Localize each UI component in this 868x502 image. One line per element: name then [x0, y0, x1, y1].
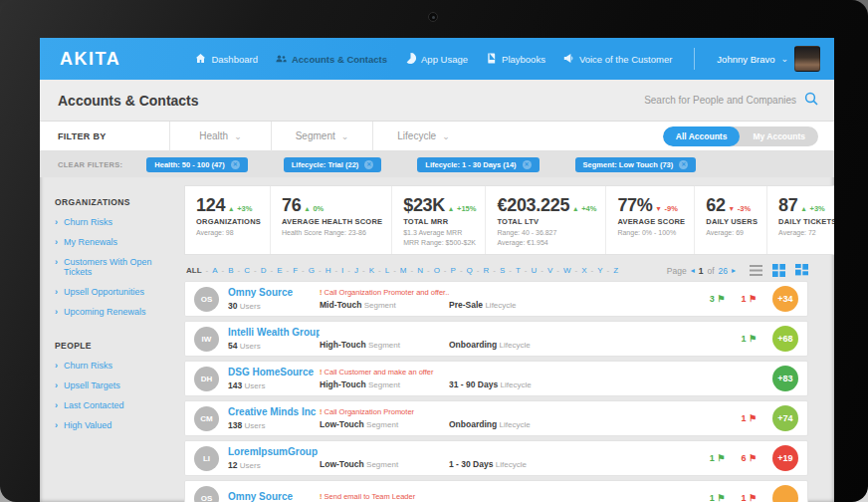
- alphabet-all[interactable]: ALL: [186, 266, 202, 275]
- account-row-intelli-wealth[interactable]: IW Intelli Wealth Group 54 Users High-To…: [184, 321, 808, 357]
- close-icon[interactable]: ✕: [523, 160, 532, 169]
- account-name-link[interactable]: DSG HomeSource: [228, 367, 320, 377]
- grid-view-icon[interactable]: [772, 264, 785, 277]
- sidebar-item-customers-open-tickets[interactable]: ›Customers With Open Tickets: [55, 257, 178, 277]
- dropdown-label: Segment: [296, 130, 335, 141]
- account-row-dsg-homesource[interactable]: DH DSG HomeSource 143 Users Call Custome…: [184, 361, 808, 396]
- alphabet-letter[interactable]: Y: [597, 266, 602, 275]
- account-name-link[interactable]: Omny Source: [228, 491, 320, 502]
- filter-chip-lifecycle-days[interactable]: Lifecycle: 1 - 30 Days (14) ✕: [417, 157, 539, 172]
- search-input[interactable]: [607, 95, 796, 106]
- nav-accounts-contacts[interactable]: Accounts & Contacts: [276, 53, 387, 66]
- nav-playbooks[interactable]: Playbooks: [486, 53, 545, 66]
- users-label: Users: [240, 342, 261, 351]
- alphabet-letter[interactable]: N: [417, 266, 423, 275]
- alphabet-letter[interactable]: Q: [467, 266, 473, 275]
- alphabet-letter[interactable]: R: [483, 266, 489, 275]
- sidebar-item-people-churn-risks[interactable]: ›Churn Risks: [55, 361, 178, 371]
- lifecycle-filter-dropdown[interactable]: Lifecycle ⌄: [372, 122, 474, 151]
- alphabet-letter[interactable]: B: [228, 266, 233, 275]
- alphabet-letter[interactable]: D: [261, 266, 267, 275]
- lifecycle-label: Lifecycle: [500, 341, 531, 350]
- alphabet-letter[interactable]: W: [563, 266, 571, 275]
- alphabet-letter[interactable]: O: [434, 266, 440, 275]
- search-icon[interactable]: [804, 92, 818, 110]
- alphabet-letter[interactable]: Z: [613, 266, 618, 275]
- health-filter-dropdown[interactable]: Health ⌄: [169, 122, 271, 151]
- clear-filters-bar: CLEAR FILTERS: Health: 50 - 100 (47) ✕ L…: [40, 151, 834, 177]
- close-icon[interactable]: ✕: [364, 160, 373, 169]
- next-page-icon[interactable]: ▸: [732, 266, 736, 275]
- all-accounts-toggle[interactable]: All Accounts: [663, 126, 741, 146]
- alphabet-letter[interactable]: L: [385, 266, 389, 275]
- filter-chip-segment[interactable]: Segment: Low Touch (73) ✕: [575, 157, 697, 172]
- alphabet-letter[interactable]: E: [277, 266, 282, 275]
- users-count: 12: [228, 460, 237, 470]
- alphabet-letter[interactable]: X: [581, 266, 586, 275]
- alert-text: Call Customer and make an offer: [320, 368, 449, 376]
- alphabet-letter[interactable]: S: [500, 266, 505, 275]
- sidebar-item-upsell-targets[interactable]: ›Upsell Targets: [55, 380, 178, 390]
- alphabet-separator: -: [493, 266, 496, 275]
- account-name-link[interactable]: Omny Source: [228, 287, 320, 298]
- flags: 1 ⚑ 1 ⚑: [710, 493, 757, 502]
- score-badge: +83: [772, 366, 798, 391]
- avatar: LI: [194, 446, 219, 471]
- nav-voice-of-customer[interactable]: Voice of the Customer: [563, 53, 672, 66]
- alphabet-letter[interactable]: T: [516, 266, 521, 275]
- sidebar-item-my-renewals[interactable]: ›My Renewals: [55, 237, 178, 247]
- close-icon[interactable]: ✕: [679, 160, 688, 169]
- stat-delta: +3%: [810, 204, 825, 213]
- alphabet-letter[interactable]: H: [326, 266, 331, 275]
- alphabet-letter[interactable]: F: [293, 266, 298, 275]
- alphabet-letter[interactable]: A: [212, 266, 217, 275]
- alphabet-separator: -: [271, 266, 274, 275]
- sidebar-item-last-contacted[interactable]: ›Last Contacted: [55, 400, 178, 410]
- alphabet-letter[interactable]: V: [547, 266, 552, 275]
- filter-chip-health[interactable]: Health: 50 - 100 (47) ✕: [146, 157, 247, 172]
- chevron-down-icon: ⌄: [341, 131, 349, 141]
- alphabet-separator: -: [347, 266, 350, 275]
- megaphone-icon: [563, 53, 574, 66]
- stat-sub: Average: €1.954: [497, 239, 596, 246]
- alphabet-separator: -: [254, 266, 257, 275]
- list-view-icon[interactable]: [750, 264, 762, 277]
- sidebar-item-org-churn-risks[interactable]: ›Churn Risks: [55, 217, 178, 227]
- stat-delta: +15%: [457, 204, 476, 213]
- flags: 1 ⚑ 6 ⚑: [710, 453, 757, 463]
- user-menu[interactable]: Johnny Bravo ⌄: [717, 46, 820, 72]
- compact-view-icon[interactable]: [795, 264, 808, 277]
- alphabet-letter[interactable]: M: [400, 266, 407, 275]
- nav-label: App Usage: [421, 54, 468, 65]
- close-icon[interactable]: ✕: [231, 160, 240, 169]
- alphabet-letter[interactable]: U: [531, 266, 537, 275]
- segment-filter-dropdown[interactable]: Segment ⌄: [271, 122, 372, 151]
- total-pages[interactable]: 26: [719, 266, 728, 276]
- account-name-link[interactable]: LoremIpsumGroup: [228, 446, 320, 457]
- sidebar-item-high-valued[interactable]: ›High Valued: [55, 420, 178, 430]
- account-row-omny-source-2[interactable]: OS Omny Source Send email to Team Leader…: [184, 480, 808, 502]
- account-row-creative-minds[interactable]: CM Creative Minds Inc 138 Users Call Org…: [184, 400, 808, 436]
- account-name-link[interactable]: Creative Minds Inc: [228, 406, 320, 417]
- segment-label: Segment: [368, 380, 400, 389]
- account-row-omny-source[interactable]: OS Omny Source 30 Users Call Organizatio…: [184, 281, 808, 317]
- alphabet-letter[interactable]: K: [369, 266, 374, 275]
- alphabet-letter[interactable]: J: [354, 266, 358, 275]
- trend-up-icon: [449, 197, 453, 215]
- alphabet-letter[interactable]: C: [244, 266, 250, 275]
- chevron-right-icon: ›: [55, 237, 58, 247]
- sidebar-item-upsell-opportunities[interactable]: ›Upsell Opportunities: [55, 287, 178, 297]
- nav-app-usage[interactable]: App Usage: [405, 53, 468, 66]
- alphabet-letter[interactable]: P: [451, 266, 456, 275]
- my-accounts-toggle[interactable]: My Accounts: [740, 126, 818, 146]
- account-row-loremipsumgroup[interactable]: LI LoremIpsumGroup 12 Users Low-Touch Se…: [184, 440, 808, 476]
- sidebar-item-upcoming-renewals[interactable]: ›Upcoming Renewals: [55, 307, 178, 317]
- nav-dashboard[interactable]: Dashboard: [195, 53, 257, 66]
- stat-value: 76: [282, 195, 301, 216]
- alphabet-letter[interactable]: G: [309, 266, 315, 275]
- alphabet-letter[interactable]: I: [341, 266, 343, 275]
- filter-chip-lifecycle-trial[interactable]: Lifecycle: Trial (22) ✕: [284, 157, 382, 172]
- prev-page-icon[interactable]: ◂: [691, 266, 695, 275]
- stat-sub: MRR Range: $500-$2K: [403, 239, 476, 246]
- account-name-link[interactable]: Intelli Wealth Group: [228, 327, 320, 338]
